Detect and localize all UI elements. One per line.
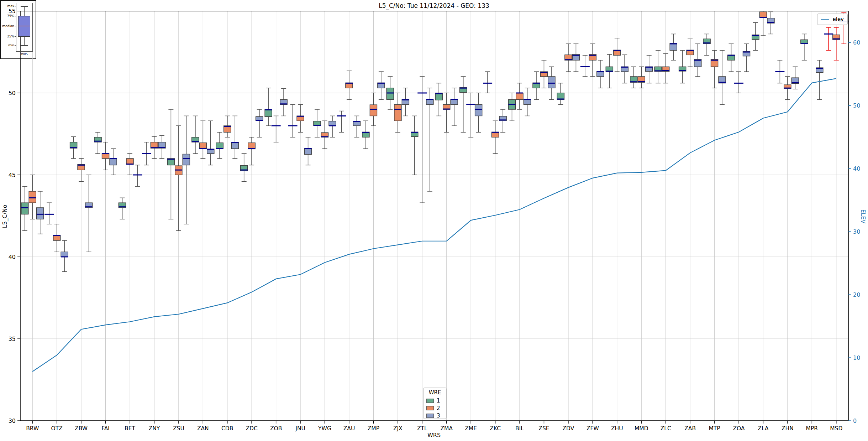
svg-text:ZME: ZME (465, 425, 477, 432)
svg-text:ZJX: ZJX (393, 425, 403, 432)
inset-label-max: max (1, 4, 14, 8)
elev-legend: elev (817, 14, 848, 25)
svg-text:ZSU: ZSU (173, 425, 184, 432)
svg-text:MPR: MPR (806, 425, 818, 432)
right-axis-label: ELEV (860, 190, 867, 243)
svg-text:ZAN: ZAN (197, 425, 209, 432)
elev-legend-label: elev (832, 16, 844, 22)
inset-median-line (18, 26, 30, 26)
svg-text:ZOB: ZOB (270, 425, 282, 432)
x-axis-ticks: BRWOTZZBWFAIBETZNYZSUZANCDBZDCZOBJNUYWGZ… (26, 421, 842, 432)
svg-text:ZMP: ZMP (368, 425, 379, 432)
svg-text:MMD: MMD (635, 425, 648, 432)
svg-text:ZLC: ZLC (661, 425, 671, 432)
svg-text:10: 10 (853, 354, 860, 361)
svg-text:ZDV: ZDV (562, 425, 574, 432)
inset-box (18, 16, 30, 37)
chart-title: L5_C/No: Tue 11/12/2024 - GEO: 133 (0, 2, 868, 9)
svg-text:BET: BET (125, 425, 135, 432)
wre3-swatch (426, 414, 434, 418)
svg-text:ZDC: ZDC (246, 425, 257, 432)
svg-text:30: 30 (9, 417, 16, 424)
inset-label-median: median (1, 24, 14, 28)
x-axis-label: WRS (0, 432, 868, 439)
box-series (21, 11, 849, 271)
right-axis-ticks: 0102030405060 (848, 39, 860, 424)
svg-text:ZNY: ZNY (149, 425, 160, 432)
svg-text:60: 60 (853, 39, 860, 46)
svg-text:45: 45 (9, 172, 16, 178)
svg-text:BRW: BRW (26, 425, 39, 432)
svg-text:ZSE: ZSE (538, 425, 549, 432)
svg-text:YWG: YWG (318, 425, 331, 432)
svg-text:20: 20 (853, 291, 860, 298)
svg-text:ZMA: ZMA (440, 425, 453, 432)
y-axis-label: L5_C/No (1, 190, 8, 243)
elev-line-swatch (821, 19, 829, 20)
wre-legend-entry-2: 2 (426, 404, 443, 412)
chart-page: 3035404550550102030405060BRWOTZZBWFAIBET… (0, 0, 868, 441)
gridlines (20, 11, 848, 421)
svg-text:BIL: BIL (515, 425, 524, 432)
svg-text:ZLA: ZLA (758, 425, 769, 432)
svg-text:30: 30 (853, 228, 860, 235)
svg-text:MSD: MSD (830, 425, 842, 432)
wre-legend-title: WRE (426, 389, 443, 396)
inset-max-cap (21, 6, 28, 7)
boxplot-canvas: 3035404550550102030405060BRWOTZZBWFAIBET… (0, 0, 868, 441)
svg-text:JNU: JNU (295, 425, 305, 432)
wre1-label: 1 (437, 398, 440, 404)
svg-text:ZKC: ZKC (490, 425, 501, 432)
svg-text:CDB: CDB (221, 425, 233, 432)
wre-legend-entry-1: 1 (426, 397, 443, 404)
wre1-swatch (426, 399, 434, 403)
wre2-swatch (426, 406, 434, 410)
wre-legend-entry-3: 3 (426, 412, 443, 419)
svg-text:ZOA: ZOA (733, 425, 745, 432)
svg-text:OTZ: OTZ (51, 425, 63, 432)
wre2-label: 2 (437, 405, 440, 411)
svg-text:ZHN: ZHN (782, 425, 794, 432)
inset-x-label: WRS (16, 53, 33, 56)
svg-text:ZTL: ZTL (417, 425, 427, 432)
svg-text:FAI: FAI (101, 425, 110, 432)
svg-text:ZHU: ZHU (611, 425, 623, 432)
svg-text:35: 35 (9, 336, 16, 342)
plot-border (20, 11, 848, 421)
svg-text:ZAU: ZAU (343, 425, 355, 432)
svg-text:ZBW: ZBW (75, 425, 88, 432)
elev-line (32, 78, 836, 372)
svg-text:ZFW: ZFW (586, 425, 599, 432)
inset-label-25: 25% (1, 35, 14, 38)
left-axis-ticks: 303540455055 (9, 8, 20, 424)
inset-min-cap (21, 45, 28, 46)
inset-label-75: 75% (1, 14, 14, 18)
svg-text:40: 40 (9, 254, 16, 260)
svg-text:40: 40 (853, 165, 860, 172)
svg-text:ZAB: ZAB (684, 425, 696, 432)
svg-text:MTP: MTP (709, 425, 720, 432)
wre-legend: WRE 1 2 3 (423, 388, 447, 419)
wre3-label: 3 (437, 413, 440, 419)
inset-label-min: min (1, 43, 14, 47)
svg-text:50: 50 (9, 90, 16, 97)
svg-text:50: 50 (853, 102, 860, 109)
svg-text:0: 0 (853, 417, 857, 424)
